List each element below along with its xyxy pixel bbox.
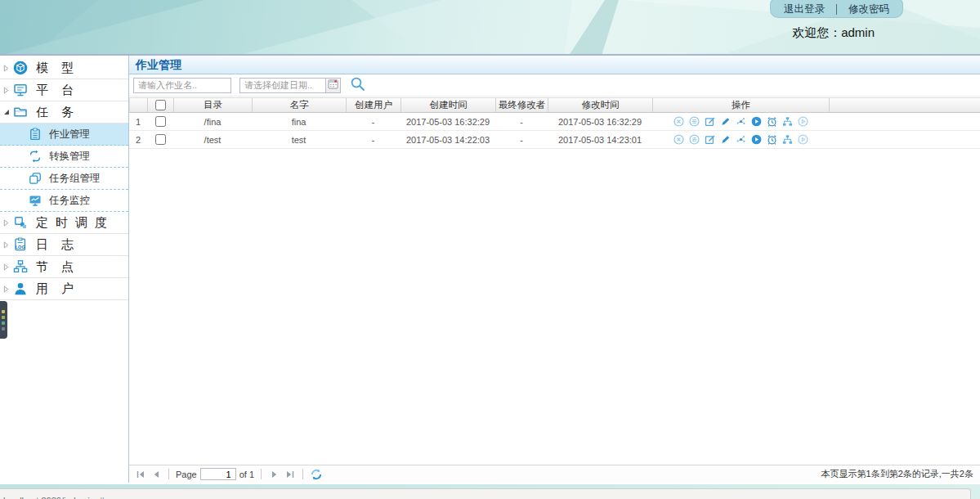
start-icon[interactable]: [797, 134, 808, 146]
sidebar-item-schedule[interactable]: 定时调度: [0, 212, 128, 234]
sidebar: 模型平台任务作业管理转换管理任务组管理任务监控定时调度LOG日志节点用户: [0, 56, 129, 483]
calendar-button[interactable]: [325, 78, 341, 93]
column-header: 创建用户: [347, 98, 401, 112]
sidebar-item-label: 任务监控: [49, 194, 90, 208]
modify-icon[interactable]: [719, 134, 731, 146]
change-password-button[interactable]: 修改密码: [848, 2, 889, 16]
pagination-separator: [302, 469, 303, 479]
arrow-collapsed-icon[interactable]: [3, 241, 12, 249]
start-icon[interactable]: [797, 116, 808, 128]
page: 退出登录 修改密码 欢迎您：admin 模型平台任务作业管理转换管理任务组管理任…: [0, 0, 980, 499]
job-name-input[interactable]: [133, 78, 231, 93]
last-page-icon: [285, 470, 295, 479]
edge-widget[interactable]: [0, 301, 7, 339]
table-row: 2/testtest-2017-05-03 14:22:03-2017-05-0…: [129, 131, 980, 149]
detail-icon[interactable]: [688, 116, 700, 128]
arrow-collapsed-icon[interactable]: [3, 285, 12, 293]
select-all-checkbox[interactable]: [155, 100, 166, 110]
run-icon[interactable]: [750, 116, 762, 128]
logout-button[interactable]: 退出登录: [784, 2, 825, 16]
sidebar-item-log[interactable]: LOG日志: [0, 234, 128, 256]
pagination-bar: Page of 1: [129, 465, 980, 483]
timer-icon[interactable]: [766, 134, 777, 146]
sidebar-item-task-monitor[interactable]: 任务监控: [0, 190, 128, 212]
cell-created: 2017-05-03 16:32:29: [401, 113, 495, 130]
sidebar-item-platform[interactable]: 平台: [0, 79, 128, 101]
sidebar-item-label: 定时调度: [36, 215, 114, 231]
sidebar-item-label: 用户: [36, 281, 87, 297]
column-header: 名字: [253, 98, 347, 112]
sidebar-item-task-group-management[interactable]: 任务组管理: [0, 168, 128, 190]
dispatch-icon[interactable]: [735, 116, 746, 128]
arrow-collapsed-icon[interactable]: [3, 263, 12, 271]
first-page-button[interactable]: [134, 468, 146, 480]
timer-icon[interactable]: [766, 116, 777, 128]
user-icon: [12, 281, 29, 297]
monitor-icon: [27, 193, 43, 209]
arrow-collapsed-icon[interactable]: [3, 65, 12, 72]
delete-icon[interactable]: [673, 116, 684, 128]
column-header: 最终修改者: [496, 98, 548, 112]
cell-modified: 2017-05-03 14:23:01: [548, 131, 652, 148]
column-header: 创建时间: [401, 98, 496, 112]
run-icon[interactable]: [750, 134, 762, 146]
main-panel: 作业管理: [129, 56, 980, 483]
topology-icon[interactable]: [781, 134, 793, 146]
cell-modifier: -: [495, 131, 548, 148]
cell-name: fina: [252, 113, 346, 130]
page-bottom-strip: localhost:8080/index.jsp#: [0, 484, 980, 499]
arrow-collapsed-icon[interactable]: [3, 87, 12, 94]
records-summary: 本页显示第1条到第2条的记录,一共2条: [821, 468, 973, 480]
sidebar-item-task[interactable]: 任务: [0, 101, 128, 124]
sidebar-item-label: 转换管理: [49, 150, 90, 164]
sidebar-item-model[interactable]: 模型: [0, 57, 128, 79]
prev-page-button[interactable]: [150, 468, 162, 480]
schedule-blocks-icon: [12, 215, 29, 231]
topology-icon[interactable]: [781, 116, 793, 128]
column-header-index: [130, 98, 148, 112]
cell-operations: [652, 113, 829, 130]
edit-icon[interactable]: [704, 116, 715, 128]
detail-icon[interactable]: [688, 134, 700, 146]
table-empty-area: [129, 149, 980, 465]
account-menu: 退出登录 修改密码: [770, 0, 903, 18]
sidebar-item-transform-management[interactable]: 转换管理: [0, 146, 128, 168]
row-select: [147, 131, 173, 148]
search-button[interactable]: [348, 76, 366, 94]
delete-icon[interactable]: [673, 134, 684, 146]
node-icon: [12, 259, 29, 275]
search-toolbar: [129, 74, 980, 97]
sidebar-item-node[interactable]: 节点: [0, 256, 128, 278]
edit-icon[interactable]: [704, 134, 715, 146]
next-page-icon: [270, 470, 280, 479]
next-page-button[interactable]: [268, 468, 280, 480]
prev-page-icon: [151, 470, 161, 479]
arrow-expanded-icon[interactable]: [3, 109, 12, 115]
sidebar-item-label: 任务: [36, 105, 87, 120]
page-input[interactable]: [200, 468, 236, 480]
row-checkbox[interactable]: [155, 116, 166, 127]
task-folder-icon: [12, 105, 29, 120]
sidebar-item-job-management[interactable]: 作业管理: [0, 124, 128, 146]
sidebar-item-label: 模型: [36, 61, 87, 76]
table-row: 1/finafina-2017-05-03 16:32:29-2017-05-0…: [129, 113, 980, 131]
cell-dir: /test: [173, 131, 252, 148]
sidebar-item-user[interactable]: 用户: [0, 278, 128, 300]
dispatch-icon[interactable]: [735, 134, 746, 146]
arrow-collapsed-icon[interactable]: [3, 219, 12, 227]
row-checkbox[interactable]: [155, 134, 166, 145]
jobs-table: 目录名字创建用户创建时间最终修改者修改时间操作1/finafina-2017-0…: [129, 97, 980, 149]
sidebar-item-label: 日志: [36, 237, 87, 253]
refresh-button[interactable]: [310, 468, 322, 480]
create-date-input[interactable]: [239, 78, 326, 93]
pagination-separator: [168, 469, 169, 479]
svg-text:LOG: LOG: [16, 245, 25, 250]
top-banner: 退出登录 修改密码 欢迎您：admin: [0, 0, 980, 56]
page-title: 作业管理: [129, 56, 980, 74]
browser-status-bar: localhost:8080/index.jsp#: [0, 488, 971, 499]
modify-icon[interactable]: [719, 116, 731, 128]
last-page-button[interactable]: [284, 468, 296, 480]
cell-created: 2017-05-03 14:22:03: [401, 131, 495, 148]
sidebar-item-label: 平台: [36, 83, 87, 98]
row-select: [147, 113, 173, 130]
